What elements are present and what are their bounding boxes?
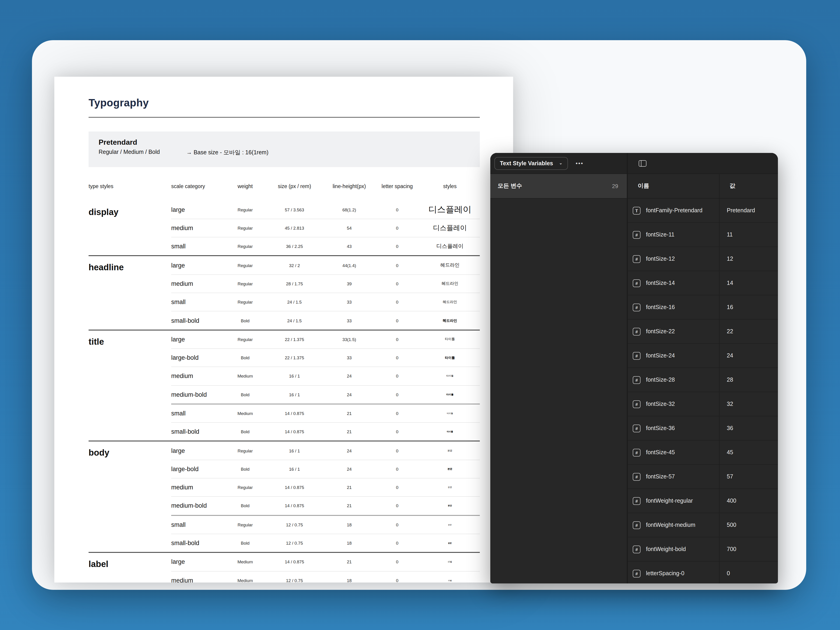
- variable-value[interactable]: 24: [719, 344, 778, 368]
- variable-value[interactable]: Pretendard: [719, 199, 778, 222]
- variable-name-cell[interactable]: #fontWeight-medium: [628, 513, 719, 537]
- cell-style-preview: 본문: [420, 449, 480, 452]
- variable-name-cell[interactable]: TfontFamily-Pretendard: [628, 199, 719, 222]
- panel-topbar-right: [628, 153, 778, 174]
- variable-row[interactable]: #fontWeight-bold700: [628, 537, 778, 562]
- variable-name-cell[interactable]: #fontSize-57: [628, 465, 719, 488]
- cell-scale-category: medium-bold: [171, 502, 226, 509]
- number-variable-icon: #: [633, 352, 641, 360]
- variable-row[interactable]: #fontWeight-regular400: [628, 489, 778, 513]
- cell-size: 24 / 1.5: [265, 300, 324, 305]
- variable-value[interactable]: 12: [719, 247, 778, 271]
- variable-row[interactable]: #fontSize-3232: [628, 392, 778, 416]
- type-row: large-boldBold22 / 1.375330타이틀: [171, 349, 480, 367]
- variable-value[interactable]: 16: [719, 295, 778, 319]
- type-group-display: displaylargeRegular57 / 3.56368(1.2)0디스플…: [88, 201, 480, 256]
- cell-line-height: 24: [324, 374, 374, 379]
- variable-name: letterSpacing-0: [646, 570, 684, 576]
- variable-value[interactable]: 400: [719, 489, 778, 513]
- variable-name-cell[interactable]: #fontSize-16: [628, 295, 719, 319]
- variable-value[interactable]: 36: [719, 416, 778, 440]
- variable-value[interactable]: 14: [719, 271, 778, 295]
- cell-scale-category: medium: [171, 484, 226, 491]
- cell-style-preview: 타이틀: [420, 393, 480, 396]
- variables-panel: Text Style Variables ⌄ ••• 모든 변수 29 이름 값…: [490, 153, 778, 583]
- col-size: size (px / rem): [265, 183, 324, 189]
- variable-name-cell[interactable]: #fontSize-12: [628, 247, 719, 271]
- variable-name-cell[interactable]: #fontSize-22: [628, 320, 719, 343]
- variable-row[interactable]: #fontSize-4545: [628, 441, 778, 465]
- variable-name-cell[interactable]: #fontSize-14: [628, 271, 719, 295]
- variable-name-cell[interactable]: #fontSize-24: [628, 344, 719, 368]
- variable-name-cell[interactable]: #fontSize-28: [628, 368, 719, 392]
- cell-style-preview: 타이틀: [420, 337, 480, 342]
- variable-row[interactable]: #letterSpacing-00: [628, 562, 778, 583]
- number-variable-icon: #: [633, 328, 641, 335]
- variable-name-cell[interactable]: #fontSize-32: [628, 392, 719, 416]
- number-variable-icon: #: [633, 376, 641, 384]
- cell-line-height: 33: [324, 318, 374, 323]
- cell-line-height: 68(1.2): [324, 207, 374, 212]
- variable-value[interactable]: 57: [719, 465, 778, 488]
- sidebar-item-all-variables[interactable]: 모든 변수 29: [490, 174, 628, 198]
- variable-row[interactable]: #fontSize-3636: [628, 416, 778, 441]
- variable-row[interactable]: #fontSize-2222: [628, 320, 778, 344]
- panel-sidebar: [490, 199, 628, 583]
- variable-value[interactable]: 32: [719, 392, 778, 416]
- variable-name-cell[interactable]: #fontSize-36: [628, 416, 719, 440]
- number-variable-icon: #: [633, 448, 641, 456]
- variable-name: fontFamily-Pretendard: [646, 207, 703, 214]
- variable-row[interactable]: TfontFamily-PretendardPretendard: [628, 199, 778, 223]
- cell-line-height: 43: [324, 244, 374, 249]
- variable-name-cell[interactable]: #fontSize-45: [628, 441, 719, 464]
- variable-name-cell[interactable]: #fontWeight-regular: [628, 489, 719, 513]
- variable-name-cell[interactable]: #fontWeight-bold: [628, 537, 719, 561]
- variable-row[interactable]: #fontSize-2424: [628, 344, 778, 368]
- type-group-title: titlelargeRegular22 / 1.37533(1.5)0타이틀la…: [88, 329, 480, 441]
- name-column-header: 이름: [628, 174, 719, 198]
- cell-scale-category: large: [171, 262, 226, 268]
- cell-weight: Medium: [226, 578, 265, 583]
- collection-dropdown[interactable]: Text Style Variables ⌄: [494, 157, 568, 170]
- cell-letter-spacing: 0: [374, 559, 420, 564]
- variable-row[interactable]: #fontSize-1111: [628, 223, 778, 247]
- cell-style-preview: 타이틀: [420, 355, 480, 360]
- cell-weight: Bold: [226, 355, 265, 360]
- variable-name-cell[interactable]: #fontSize-11: [628, 223, 719, 246]
- variable-value[interactable]: 500: [719, 513, 778, 537]
- type-row: mediumRegular45 / 2.813540디스플레이: [171, 219, 480, 238]
- variable-row[interactable]: #fontSize-1212: [628, 247, 778, 271]
- col-styles: styles: [420, 183, 480, 189]
- cell-weight: Regular: [226, 448, 265, 453]
- variable-value[interactable]: 45: [719, 441, 778, 464]
- variable-value[interactable]: 700: [719, 537, 778, 561]
- variable-row[interactable]: #fontSize-5757: [628, 465, 778, 489]
- cell-weight: Medium: [226, 411, 265, 416]
- cell-scale-category: medium: [171, 373, 226, 380]
- number-variable-icon: #: [633, 473, 641, 480]
- variable-value[interactable]: 11: [719, 223, 778, 246]
- variable-value[interactable]: 22: [719, 320, 778, 343]
- cell-letter-spacing: 0: [374, 337, 420, 342]
- variable-row[interactable]: #fontSize-2828: [628, 368, 778, 392]
- variable-value[interactable]: 0: [719, 562, 778, 583]
- more-options-icon[interactable]: •••: [576, 160, 583, 166]
- variable-name-cell[interactable]: #letterSpacing-0: [628, 562, 719, 583]
- toggle-sidebar-icon[interactable]: [639, 160, 646, 166]
- cell-letter-spacing: 0: [374, 207, 420, 212]
- type-row: largeRegular16 / 1240본문: [171, 442, 480, 460]
- cell-scale-category: small-bold: [171, 428, 226, 435]
- variable-row[interactable]: #fontSize-1414: [628, 271, 778, 295]
- cell-size: 14 / 0.875: [265, 503, 324, 508]
- type-row: small-boldBold24 / 1.5330헤드라인: [171, 311, 480, 330]
- cell-line-height: 54: [324, 226, 374, 231]
- variable-row[interactable]: #fontSize-1616: [628, 295, 778, 320]
- cell-line-height: 24: [324, 448, 374, 453]
- variable-value[interactable]: 28: [719, 368, 778, 392]
- scene-background: Typography Pretendard Regular / Medium /…: [0, 0, 840, 630]
- cell-style-preview: 라벨: [420, 561, 480, 563]
- variable-row[interactable]: #fontWeight-medium500: [628, 513, 778, 537]
- cell-weight: Bold: [226, 429, 265, 434]
- type-group-rows: largeRegular16 / 1240본문large-boldBold16 …: [171, 442, 480, 552]
- number-variable-icon: #: [633, 231, 641, 238]
